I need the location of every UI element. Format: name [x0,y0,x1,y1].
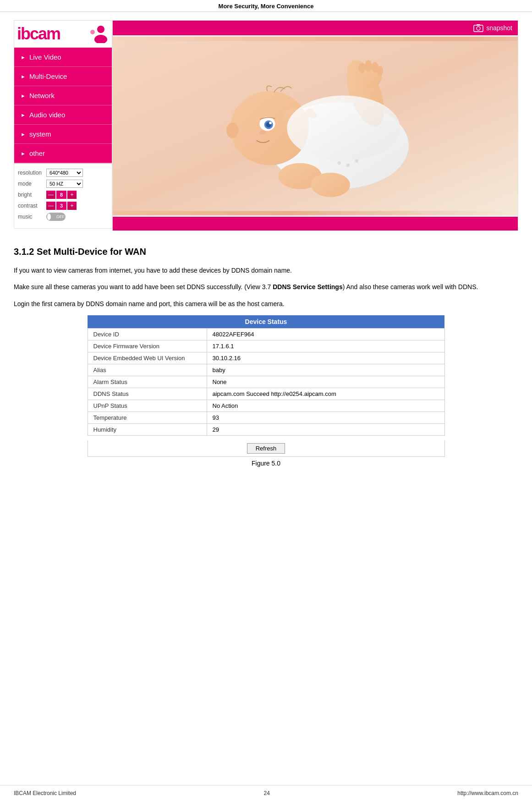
mode-control: mode 50 HZ 60 HZ [18,180,108,188]
figure-caption: Figure 5.0 [14,460,518,467]
contrast-stepper: — 3 + [46,202,77,210]
music-label: music [18,214,46,220]
svg-point-23 [226,122,239,138]
music-control: music OFF [18,213,108,221]
table-cell-label: Alarm Status [88,376,207,388]
svg-point-30 [346,164,350,167]
baby-image [113,37,518,215]
arrow-icon: ► [21,112,26,118]
arrow-icon: ► [21,55,26,60]
table-row: Aliasbaby [88,364,444,376]
sidebar-item-multi-device[interactable]: ► Multi-Device [14,67,112,86]
page-footer: IBCAM Electronic Limited 24 http://www.i… [0,785,532,801]
contrast-value: 3 [56,202,66,210]
svg-point-22 [259,131,266,135]
baby-svg [113,37,518,215]
resolution-control: resolution 640*480 320*240 [18,169,108,177]
svg-point-31 [355,159,358,163]
sidebar-item-other[interactable]: ► other [14,144,112,163]
table-row: Temperature93 [88,412,444,424]
arrow-icon: ► [21,93,26,99]
arrow-icon: ► [21,74,26,79]
refresh-button[interactable]: Refresh [247,443,285,454]
intro-paragraph-1: If you want to view cameras from interne… [14,265,518,275]
svg-point-15 [311,173,350,197]
footer-left: IBCAM Electronic Limited [14,790,76,796]
svg-point-10 [358,63,365,73]
resolution-select[interactable]: 640*480 320*240 [46,169,83,177]
camera-feed [113,35,518,217]
svg-point-0 [97,26,104,33]
table-cell-label: UPnP Status [88,400,207,412]
svg-point-28 [287,95,400,161]
table-cell-label: Device Embedded Web UI Version [88,352,207,364]
resolution-label: resolution [18,170,46,176]
device-status-table: Device Status Device ID48022AFEF964Devic… [88,315,445,436]
table-cell-value: 93 [207,412,444,424]
music-toggle[interactable]: OFF [46,213,66,221]
svg-rect-5 [477,24,480,26]
table-cell-label: Device ID [88,329,207,340]
bright-value: 8 [56,191,66,199]
footer-right: http://www.ibcam.com.cn [457,790,518,796]
table-row: Humidity29 [88,424,444,436]
svg-point-1 [94,35,107,43]
table-cell-value: No Action [207,400,444,412]
snapshot-button[interactable]: snapshot [473,23,512,33]
refresh-row-container: Refresh [88,440,445,457]
logo-text: ibcam [17,24,60,44]
intro-paragraph-2: Make sure all these cameras you want to … [14,282,518,292]
table-cell-value: 30.10.2.16 [207,352,444,364]
sidebar-item-system[interactable]: ► system [14,125,112,144]
table-row: Device ID48022AFEF964 [88,329,444,340]
nav-section: ► Live Video ► Multi-Device ► Network ► … [14,48,112,164]
camera-topbar: snapshot [113,21,518,35]
camera-icon [473,23,483,33]
toggle-off-label: OFF [56,214,65,219]
bright-label: bright [18,192,46,198]
bright-decrease-button[interactable]: — [46,191,55,199]
table-row: DDNS Statusaipcam.com Succeed http://e02… [88,388,444,400]
camera-area: snapshot [112,20,518,231]
sidebar-item-network[interactable]: ► Network [14,86,112,105]
intro-paragraph-3: Login the first camera by DDNS domain na… [14,299,518,309]
table-cell-value: 48022AFEF964 [207,329,444,340]
content-area: 3.1.2 Set Multi-Device for WAN If you wa… [0,236,532,481]
table-row: Device Embedded Web UI Version30.10.2.16 [88,352,444,364]
table-row: UPnP StatusNo Action [88,400,444,412]
footer-center: 24 [263,790,269,796]
contrast-increase-button[interactable]: + [67,202,77,210]
table-row: Alarm StatusNone [88,376,444,388]
table-cell-value: None [207,376,444,388]
table-cell-label: Device Firmware Version [88,340,207,352]
controls-section: resolution 640*480 320*240 mode 50 HZ 60… [14,164,112,229]
mode-label: mode [18,181,46,187]
device-status-header: Device Status [88,315,444,329]
arrow-icon: ► [21,132,26,137]
sidebar-item-audio-video[interactable]: ► Audio video [14,105,112,125]
refresh-row: Refresh [88,440,445,457]
table-cell-value: 29 [207,424,444,436]
bright-control: bright — 8 + [18,191,108,199]
svg-point-13 [377,66,383,76]
toggle-circle [47,214,51,220]
section-title: 3.1.2 Set Multi-Device for WAN [14,247,518,257]
arrow-icon: ► [21,151,26,156]
sidebar-item-live-video[interactable]: ► Live Video [14,48,112,67]
contrast-decrease-button[interactable]: — [46,202,55,210]
svg-point-4 [477,27,480,30]
mode-select[interactable]: 50 HZ 60 HZ [46,180,83,188]
sidebar-logo-row: ibcam [14,20,112,48]
table-cell-label: Alias [88,364,207,376]
table-cell-label: Temperature [88,412,207,424]
contrast-control: contrast — 3 + [18,202,108,210]
table-cell-value: aipcam.com Succeed http://e0254.aipcam.c… [207,388,444,400]
contrast-label: contrast [18,203,46,209]
sidebar: ibcam ► Live Video ► Multi-Device ► Netw… [14,20,112,231]
bright-increase-button[interactable]: + [67,191,77,199]
page-header: More Security, More Convenience [0,0,532,12]
svg-point-29 [337,161,341,165]
table-cell-label: DDNS Status [88,388,207,400]
svg-point-21 [269,121,272,124]
camera-bottom-bar [113,217,518,230]
